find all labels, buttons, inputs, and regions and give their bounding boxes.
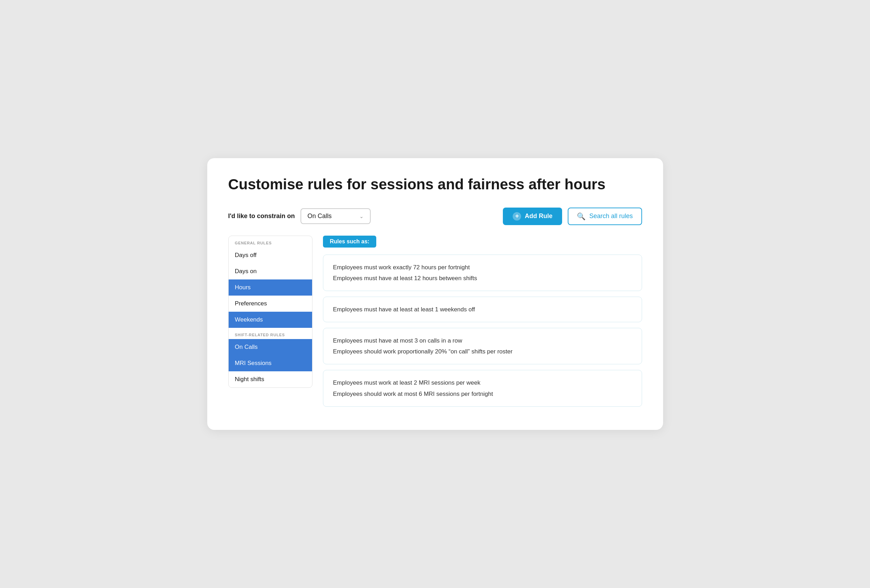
rule-line: Employees must have at least at least 1 … <box>333 305 632 314</box>
add-rule-button[interactable]: + Add Rule <box>503 208 562 225</box>
shift-rules-section-label: SHIFT-RELATED RULES <box>229 328 312 339</box>
page-title: Customise rules for sessions and fairnes… <box>228 176 642 193</box>
sidebar-item-on-calls[interactable]: On Calls <box>229 339 312 355</box>
rule-card-3: Employees must have at most 3 on calls i… <box>323 328 642 364</box>
main-content: Rules such as: Employees must work exact… <box>323 236 642 412</box>
general-rules-section-label: GENERAL RULES <box>229 236 312 247</box>
rule-line: Employees must have at most 3 on calls i… <box>333 336 632 345</box>
sidebar: GENERAL RULES Days off Days on Hours Pre… <box>228 236 313 388</box>
content-area: GENERAL RULES Days off Days on Hours Pre… <box>228 236 642 412</box>
search-all-rules-button[interactable]: 🔍 Search all rules <box>568 208 642 225</box>
sidebar-item-hours[interactable]: Hours <box>229 280 312 296</box>
rule-card-4: Employees must work at least 2 MRI sessi… <box>323 370 642 406</box>
sidebar-item-days-on[interactable]: Days on <box>229 263 312 280</box>
rule-line: Employees should work at most 6 MRI sess… <box>333 389 632 399</box>
controls-row: I'd like to constrain on On Calls ⌄ + Ad… <box>228 208 642 225</box>
sidebar-item-night-shifts[interactable]: Night shifts <box>229 371 312 387</box>
constrain-label: I'd like to constrain on <box>228 213 295 220</box>
rule-card-2: Employees must have at least at least 1 … <box>323 297 642 322</box>
add-rule-label: Add Rule <box>524 213 552 220</box>
rule-line: Employees must work at least 2 MRI sessi… <box>333 378 632 387</box>
sidebar-item-mri-sessions[interactable]: MRI Sessions <box>229 355 312 371</box>
dropdown-value: On Calls <box>308 213 332 220</box>
rules-such-as-badge: Rules such as: <box>323 236 377 247</box>
sidebar-item-weekends[interactable]: Weekends <box>229 312 312 328</box>
sidebar-item-days-off[interactable]: Days off <box>229 247 312 263</box>
search-icon: 🔍 <box>577 212 585 220</box>
chevron-down-icon: ⌄ <box>359 214 363 219</box>
search-label: Search all rules <box>589 213 633 220</box>
plus-icon: + <box>512 212 521 220</box>
main-card: Customise rules for sessions and fairnes… <box>207 158 663 430</box>
rule-line: Employees should work proportionally 20%… <box>333 347 632 356</box>
rule-line: Employees must have at least 12 hours be… <box>333 274 632 283</box>
rule-card-1: Employees must work exactly 72 hours per… <box>323 255 642 291</box>
sidebar-item-preferences[interactable]: Preferences <box>229 296 312 312</box>
constrain-dropdown[interactable]: On Calls ⌄ <box>301 208 371 224</box>
rule-line: Employees must work exactly 72 hours per… <box>333 263 632 272</box>
